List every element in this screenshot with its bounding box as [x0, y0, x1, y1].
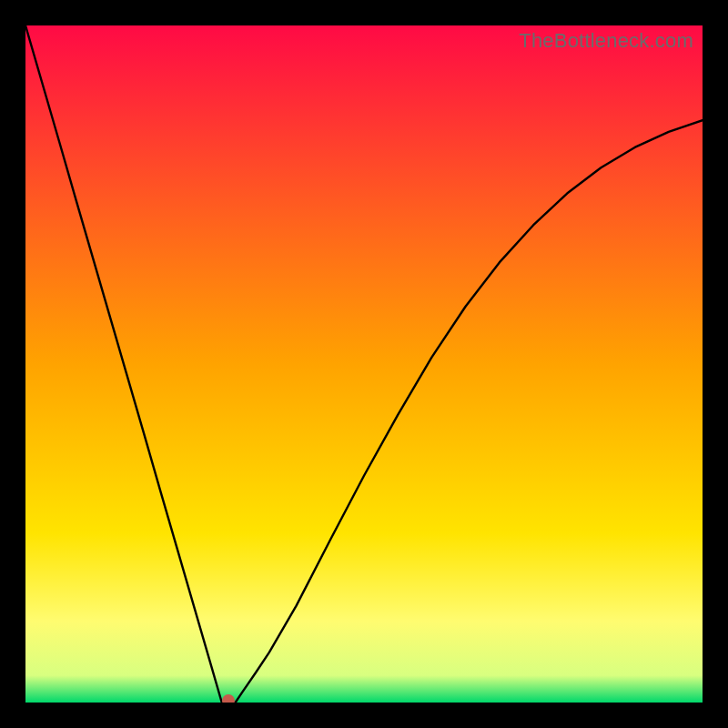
plot-area: TheBottleneck.com: [25, 25, 703, 703]
bottleneck-curve: [25, 25, 703, 703]
chart-stage: TheBottleneck.com: [0, 0, 728, 728]
minimum-marker-icon: [222, 694, 235, 703]
watermark-label: TheBottleneck.com: [519, 29, 693, 53]
